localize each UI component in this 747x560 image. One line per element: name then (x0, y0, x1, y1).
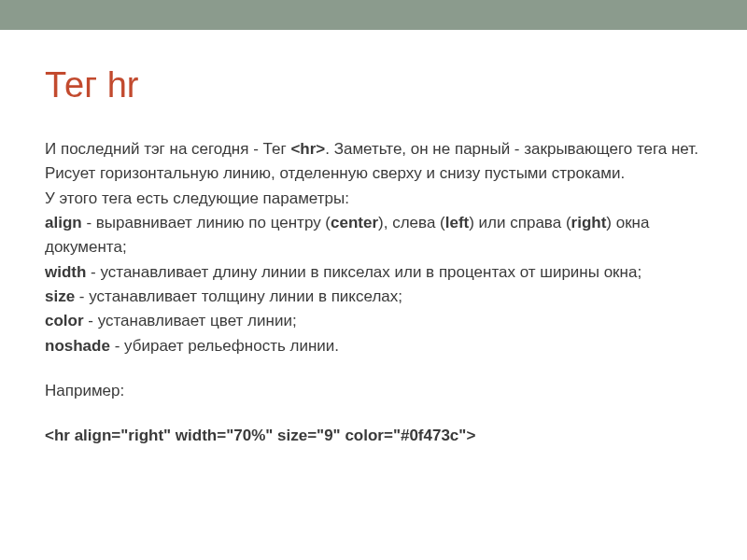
param-name: align (45, 214, 82, 231)
slide-title: Тег hr (45, 65, 702, 105)
text: - устанавливает толщину линии в пикселах… (75, 287, 402, 305)
example-label: Например: (45, 379, 702, 403)
text: . Заметьте, он не парный - закрывающего … (325, 140, 698, 158)
text: - устанавливает длину линии в пикселах и… (86, 263, 641, 281)
slide-content: И последний тэг на сегодня - Тег <hr>. З… (45, 137, 702, 449)
param-name: size (45, 287, 75, 305)
value-center: center (331, 214, 378, 231)
slide: Тег hr И последний тэг на сегодня - Тег … (0, 30, 747, 560)
text: ) или справа ( (469, 214, 571, 231)
paragraph-intro: И последний тэг на сегодня - Тег <hr>. З… (45, 137, 702, 161)
text: И последний тэг на сегодня - Тег (45, 140, 290, 158)
param-noshade: noshade - убирает рельефность линии. (45, 334, 702, 358)
param-size: size - устанавливает толщину линии в пик… (45, 285, 702, 309)
param-color: color - устанавливает цвет линии; (45, 309, 702, 333)
param-name: noshade (45, 337, 110, 355)
param-name: color (45, 312, 84, 329)
param-name: width (45, 263, 86, 281)
tag-hr: <hr> (290, 140, 325, 158)
text: - устанавливает цвет линии; (84, 312, 297, 329)
text: - убирает рельефность линии. (110, 337, 339, 355)
value-right: right (571, 214, 607, 231)
text: - выравнивает линию по центру ( (82, 214, 331, 231)
param-width: width - устанавливает длину линии в пикс… (45, 260, 702, 285)
paragraph-desc: Рисует горизонтальную линию, отделенную … (45, 161, 702, 186)
paragraph-params-intro: У этого тега есть следующие параметры: (45, 187, 702, 211)
text: ), слева ( (378, 214, 445, 231)
example-code: <hr align="right" width="70%" size="9" c… (45, 424, 702, 448)
param-align: align - выравнивает линию по центру (cen… (45, 211, 702, 260)
value-left: left (445, 214, 470, 231)
